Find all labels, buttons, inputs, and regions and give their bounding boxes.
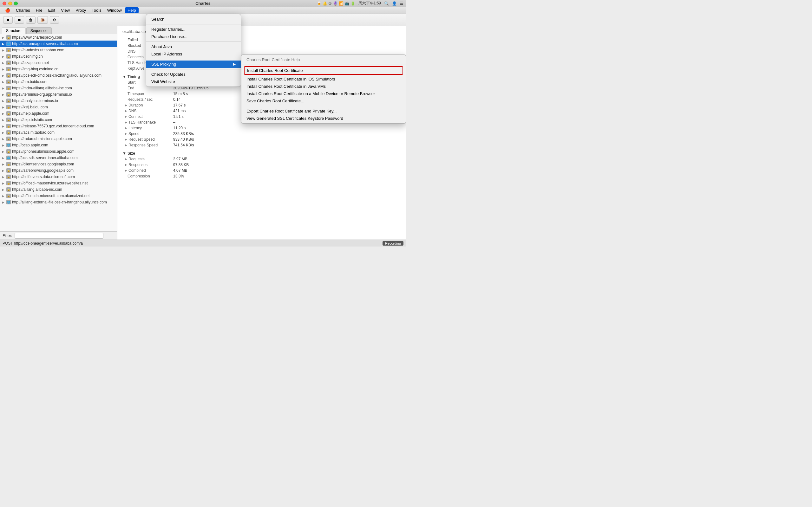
help-dropdown[interactable]: Search Register Charles... Purchase Lice…	[146, 14, 241, 87]
menu-view[interactable]: View	[58, 7, 72, 13]
maximize-button[interactable]	[14, 2, 18, 5]
dns-expand[interactable]: ▶	[125, 109, 127, 112]
speed-expand[interactable]: ▶	[125, 132, 127, 135]
menu-save-cert[interactable]: Save Charles Root Certificate...	[241, 97, 406, 105]
menu-window[interactable]: Window	[105, 7, 124, 13]
record-button[interactable]: ⏺	[3, 16, 13, 24]
list-item[interactable]: ▶ 🌐 http://alilang-external-file.oss-cn-…	[0, 199, 117, 205]
list-item[interactable]: ▶ 🔒 https://help.apple.com	[0, 110, 117, 117]
menu-install-java[interactable]: Install Charles Root Certificate in Java…	[241, 83, 406, 90]
expand-arrow: ▶	[2, 67, 5, 71]
list-item[interactable]: ▶ 🔒 https://hm.baidu.com	[0, 78, 117, 85]
search-icon[interactable]: 🔍	[384, 1, 389, 6]
site-icon: 🔒	[6, 73, 11, 78]
filter-input[interactable]	[14, 233, 103, 239]
menu-purchase[interactable]: Purchase License...	[146, 33, 241, 40]
sidebar-item-url: https://img-blog.csdnimg.cn	[12, 67, 58, 71]
list-item[interactable]: ▶ 🔒 https://release-75570.gzc.vod.tencen…	[0, 123, 117, 129]
site-icon: 🔒	[6, 124, 11, 128]
list-item[interactable]: ▶ 🔒 https://safebrowsing.googleapis.com	[0, 167, 117, 174]
list-item[interactable]: ▶ 🌐 http://ocsp.apple.com	[0, 142, 117, 148]
connect-label: ▶ Connect	[122, 114, 173, 119]
expand-arrow: ▶	[2, 181, 5, 185]
menu-tools[interactable]: Tools	[89, 7, 104, 13]
menu-install-ios[interactable]: Install Charles Root Certificate in iOS …	[241, 75, 406, 83]
duration-expand[interactable]: ▶	[125, 104, 127, 107]
ssl-proxying-submenu[interactable]: Charles Root Certificate Help Install Ch…	[241, 55, 406, 124]
list-item[interactable]: ▶ 🔒 https://alilang.alibaba-inc.com	[0, 186, 117, 193]
list-item[interactable]: ▶ 🔒 https://exp.bdstatic.com	[0, 117, 117, 123]
latency-label: ▶ Latency	[122, 126, 173, 130]
list-item[interactable]: ▶ 🔒 https://pcs-edr-cmd.oss-cn-zhangjiak…	[0, 72, 117, 78]
list-item[interactable]: ▶ 🔒 https://kstj.baidu.com	[0, 104, 117, 110]
expand-arrow: ▶	[2, 80, 5, 83]
menu-visit-website[interactable]: Visit Website	[146, 78, 241, 85]
latency-expand[interactable]: ▶	[125, 126, 127, 130]
dns-time-label: ▶ DNS	[122, 109, 173, 113]
stop-button[interactable]: ⏹	[14, 16, 24, 24]
menu-proxy[interactable]: Proxy	[73, 7, 89, 13]
menu-charles[interactable]: Charles	[13, 7, 33, 13]
user-icon[interactable]: 👤	[392, 1, 397, 6]
site-icon: 🔒	[6, 79, 11, 84]
apple-menu[interactable]: 🍎	[3, 7, 13, 13]
list-item[interactable]: ▶ 🔒 https://self.events.data.microsoft.c…	[0, 174, 117, 180]
menu-file[interactable]: File	[33, 7, 45, 13]
menu-export-cert[interactable]: Export Charles Root Certificate and Priv…	[241, 107, 406, 115]
list-item[interactable]: ▶ 🔒 https://iphonesubmissions.apple.com	[0, 148, 117, 155]
compression-label: Compression	[122, 174, 173, 178]
size-combined-label: ▶ Combined	[122, 168, 173, 173]
req-speed-expand[interactable]: ▶	[125, 138, 127, 141]
separator	[146, 59, 241, 59]
menu-view-ssl[interactable]: View Generated SSL Certificates Keystore…	[241, 115, 406, 122]
menu-install-mobile[interactable]: Install Charles Root Certificate on a Mo…	[241, 90, 406, 97]
menu-icon[interactable]: ☰	[400, 1, 403, 6]
sidebar-tabs: Structure Sequence	[0, 26, 117, 34]
close-button[interactable]	[3, 2, 6, 5]
menu-search[interactable]: Search	[146, 15, 241, 23]
connect-expand[interactable]: ▶	[125, 115, 127, 118]
tab-sequence[interactable]: Sequence	[26, 27, 52, 34]
site-icon: 🔒	[6, 105, 11, 109]
minimize-button[interactable]	[8, 2, 12, 5]
menu-install-cert[interactable]: Install Charles Root Certificate	[244, 66, 403, 75]
list-item[interactable]: ▶ 🌐 http://pcs-sdk-server-inner.alibaba.…	[0, 155, 117, 161]
resp-speed-expand[interactable]: ▶	[125, 144, 127, 147]
tab-structure[interactable]: Structure	[2, 27, 26, 34]
tls-expand[interactable]: ▶	[125, 121, 127, 124]
menu-check-updates[interactable]: Check for Updates	[146, 71, 241, 78]
list-item[interactable]: ▶ 🔒 https://officecdn-microsoft-com.akam…	[0, 193, 117, 199]
menu-ssl-proxying[interactable]: SSL Proxying ▶	[146, 60, 241, 68]
list-item[interactable]: ▶ 🔒 https://img-blog.csdnimg.cn	[0, 66, 117, 72]
menu-about-java[interactable]: About Java	[146, 43, 241, 50]
sidebar-item-url: https://pcs-edr-cmd.oss-cn-zhangjiakou.a…	[12, 73, 101, 78]
list-item[interactable]: ▶ 🔒 https://officeci-mauservice.azureweb…	[0, 180, 117, 186]
menu-help[interactable]: Help	[125, 7, 139, 13]
settings-button[interactable]: ⚙	[50, 16, 59, 24]
expand-arrow: ▶	[2, 93, 5, 96]
expand-arrow: ▶	[2, 137, 5, 141]
menu-local-ip[interactable]: Local IP Address	[146, 50, 241, 58]
list-item[interactable]: ▶ 🔒 https://bizapi.csdn.net	[0, 60, 117, 66]
list-item[interactable]: ▶ 🔒 https://acs.m.taobao.com	[0, 129, 117, 135]
clear-button[interactable]: 🗑	[26, 16, 36, 24]
menu-edit[interactable]: Edit	[46, 7, 58, 13]
sidebar-item-url: https://terminus-org.app.terminus.io	[12, 92, 72, 97]
timing-collapse-icon[interactable]: ▼	[122, 74, 126, 79]
list-item[interactable]: ▶ 🔒 https://radarsubmissions.apple.com	[0, 135, 117, 142]
list-item[interactable]: ▶ 🔒 https://clientservices.googleapis.co…	[0, 161, 117, 167]
expand-arrow: ▶	[2, 118, 5, 122]
list-item[interactable]: ▶ 🔒 https://h-adashx.ut.taobao.com	[0, 47, 117, 53]
menu-register[interactable]: Register Charles...	[146, 26, 241, 33]
sidebar-item-url: https://acs.m.taobao.com	[12, 130, 55, 135]
titlebar: Charles 🍺 🔔 ② 🔮 📶 📺 🔋 周六下午1:59 🔍 👤 ☰	[0, 0, 406, 7]
size-collapse-icon[interactable]: ▼	[122, 151, 126, 156]
list-item[interactable]: ▶ 🔒 https://mdm-alilang.alibaba-inc.com	[0, 85, 117, 91]
list-item[interactable]: ▶ 🌐 http://ocs-oneagent-server.alibaba.c…	[0, 41, 117, 47]
list-item[interactable]: ▶ 🔒 https://terminus-org.app.terminus.io	[0, 91, 117, 98]
list-item[interactable]: ▶ 🔒 https://www.charlesproxy.com	[0, 34, 117, 41]
throttle-button[interactable]: 🐌	[38, 16, 48, 24]
list-item[interactable]: ▶ 🔒 https://csdnimg.cn	[0, 53, 117, 60]
list-item[interactable]: ▶ 🔒 https://analytics.terminus.io	[0, 98, 117, 104]
expand-arrow: ▶	[2, 194, 5, 198]
